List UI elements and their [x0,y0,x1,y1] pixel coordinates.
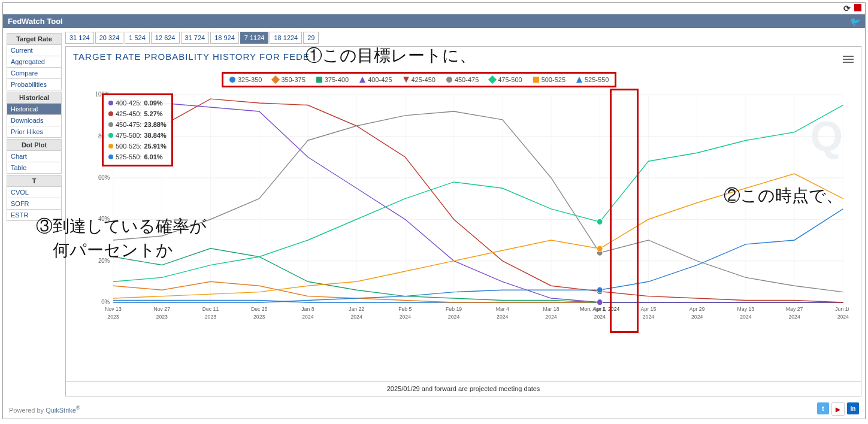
svg-text:2024: 2024 [400,313,411,319]
svg-text:2024: 2024 [740,313,751,319]
app-title: FedWatch Tool [8,17,63,26]
sidebar-item[interactable]: Chart [7,151,62,162]
refresh-icon[interactable]: ⟳ [843,4,851,13]
main-panel: 31 12420 3241 52412 62431 72418 9247 112… [65,32,861,396]
window-topbar: ⟳ [3,3,865,14]
date-tab[interactable]: 31 724 [181,32,210,44]
legend-item[interactable]: 425-450 [403,76,435,83]
legend-item[interactable]: 350-375 [273,76,305,83]
powered-by: Powered by QuikStrike® t ▶ in [3,400,865,419]
youtube-icon[interactable]: ▶ [831,402,845,416]
legend-item[interactable]: 400-425 [359,76,392,83]
sidebar-item[interactable]: Table [7,162,62,174]
svg-text:May 13: May 13 [737,306,755,312]
chart-container: TARGET RATE PROBABILITY HISTORY FOR FEDE… [65,46,861,381]
chart-menu-icon[interactable] [843,54,854,65]
date-tab[interactable]: 7 1124 [240,32,269,44]
date-tab[interactable]: 12 624 [151,32,180,44]
svg-text:Jan 8: Jan 8 [301,306,314,312]
svg-text:2024: 2024 [691,313,703,319]
legend-item[interactable]: 475-500 [489,76,522,83]
sidebar-item[interactable]: CVOL [7,187,62,198]
date-tabs: 31 12420 3241 52412 62431 72418 9247 112… [65,32,861,44]
svg-text:Feb 19: Feb 19 [446,306,462,312]
chart-title: TARGET RATE PROBABILITY HISTORY FOR FEDE [73,52,854,62]
legend-item[interactable]: 325-350 [229,76,262,83]
sidebar: Target RateCurrentAggregatedCompareProba… [7,32,62,221]
legend: 325-350350-375375-400400-425425-450450-4… [222,72,616,87]
svg-text:2023: 2023 [205,313,216,319]
svg-text:60%: 60% [98,174,110,181]
svg-text:Nov 13: Nov 13 [105,306,122,312]
hover-tooltip: 400-425: 0.09%425-450: 5.27%450-475: 23.… [102,93,173,166]
svg-text:May 27: May 27 [786,306,803,312]
date-tab[interactable]: 29 [303,32,319,44]
svg-text:0%: 0% [101,299,110,305]
sidebar-group-head: T [7,175,62,187]
svg-text:2024: 2024 [350,313,362,319]
svg-text:2024: 2024 [788,313,800,319]
legend-item[interactable]: 500-525 [533,76,565,83]
sidebar-item[interactable]: Historical [7,104,62,115]
plot-area[interactable]: 0%20%40%60%80%100%Nov 132023Nov 272023De… [96,89,849,333]
sidebar-item[interactable]: Prior Hikes [7,126,62,138]
footer-note: 2025/01/29 and forward are projected mee… [65,381,861,396]
sidebar-item[interactable]: Probabilities [7,79,62,90]
date-tab[interactable]: 31 124 [65,32,94,44]
svg-point-65 [597,287,603,293]
sidebar-item[interactable]: Compare [7,68,62,79]
svg-text:Mar 18: Mar 18 [543,306,559,312]
svg-text:2023: 2023 [156,313,168,319]
title-bar: FedWatch Tool 🐦 [3,14,865,28]
sidebar-item[interactable]: ESTR [7,210,62,221]
svg-text:2024: 2024 [643,313,654,319]
sidebar-group-head: Dot Plot [7,139,62,151]
svg-text:Jun 10: Jun 10 [835,306,849,312]
sidebar-item[interactable]: Downloads [7,115,62,126]
svg-text:2023: 2023 [253,313,265,319]
svg-text:2024: 2024 [594,313,606,319]
date-tab[interactable]: 18 924 [210,32,239,44]
svg-text:Nov 27: Nov 27 [153,306,170,312]
svg-text:Jan 22: Jan 22 [349,306,364,312]
svg-text:2024: 2024 [302,313,313,319]
pdf-icon[interactable] [854,4,861,11]
svg-text:2023: 2023 [107,313,119,319]
svg-text:Mar 4: Mar 4 [496,306,509,312]
svg-text:2024: 2024 [497,313,508,319]
svg-text:Dec 11: Dec 11 [202,306,219,312]
svg-text:Apr 29: Apr 29 [689,306,705,312]
sidebar-item[interactable]: SOFR [7,198,62,210]
sidebar-item[interactable]: Aggregated [7,56,62,68]
svg-text:2024: 2024 [837,313,849,319]
social-icons: t ▶ in [817,402,859,416]
cursor-highlight [610,89,639,333]
sidebar-group-head: Target Rate [7,33,62,45]
svg-text:40%: 40% [98,216,110,222]
svg-text:Apr 15: Apr 15 [641,306,657,312]
legend-item[interactable]: 375-400 [316,76,349,83]
twitter-icon[interactable]: 🐦 [850,17,860,26]
legend-item[interactable]: 450-475 [446,76,479,83]
date-tab[interactable]: 20 324 [95,32,124,44]
date-tab[interactable]: 1 524 [125,32,150,44]
svg-text:Dec 25: Dec 25 [251,306,268,312]
date-tab[interactable]: 18 1224 [270,32,302,44]
svg-point-63 [597,219,603,225]
svg-text:Feb 5: Feb 5 [398,306,412,312]
svg-point-64 [597,246,603,252]
svg-text:20%: 20% [98,257,110,264]
sidebar-group-head: Historical [7,92,62,104]
app-frame: ⟳ FedWatch Tool 🐦 Target RateCurrentAggr… [2,2,866,419]
svg-text:2024: 2024 [448,313,459,319]
svg-text:2024: 2024 [545,313,557,319]
twitter-share-icon[interactable]: t [817,402,829,414]
linkedin-icon[interactable]: in [847,402,859,414]
svg-point-60 [597,299,603,305]
sidebar-item[interactable]: Current [7,45,62,56]
legend-item[interactable]: 525-550 [576,76,609,83]
